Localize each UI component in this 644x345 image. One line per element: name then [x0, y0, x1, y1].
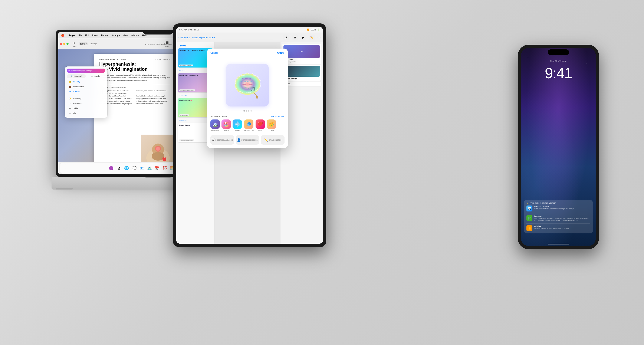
dock-launchpad[interactable]: 🟣	[108, 165, 114, 172]
describe-image-button[interactable]: 🖼 DESCRIBE AN IMAGE	[210, 135, 234, 144]
ipad-toolbar: ‹ ‹ Effects of Music Explainer Video A ⊞…	[176, 33, 323, 42]
archival-title: Archival Footage	[284, 78, 320, 80]
doc-author: WRITTEN BY: XIAOMENG ZHONG	[99, 86, 170, 88]
notification-instacart[interactable]: 🛒 Instacart Your Instacart order is on t…	[526, 215, 590, 222]
menu-pages[interactable]: Pages	[68, 34, 76, 37]
maximize-button[interactable]	[66, 43, 68, 45]
right-panel-archival[interactable]: Archival Footage	[282, 65, 321, 81]
suggestion-baseball-cap[interactable]: 🧢 Baseball Cap	[244, 120, 254, 132]
slide-3-badge: Let's look at...	[179, 114, 189, 116]
ipad-toolbar-icon-format[interactable]: ✏️	[309, 34, 315, 40]
dot-2	[246, 110, 247, 112]
right-panel-storyboard[interactable]: Storybo...	[282, 82, 321, 86]
doc-volume: VOLUME 7, ISSUE 11	[155, 59, 170, 60]
rewrite-label: Rewrite	[94, 75, 100, 77]
sender-edwina: Edwina	[534, 225, 590, 228]
slide-2-title: Neurological Connections	[179, 74, 212, 76]
wt-item-table[interactable]: ⊞ Table	[67, 106, 105, 111]
dialog-create-button[interactable]: Create	[277, 52, 284, 54]
ipad-battery-icon: 📶	[307, 28, 309, 31]
slide-2-badge: Significantly decreases...	[179, 90, 195, 91]
wt-item-concise[interactable]: ✂ Concise	[67, 89, 105, 94]
suggestions-grid: 🏔️ Mountains 🏖️ Beach ❄️	[210, 120, 284, 132]
dock-mail[interactable]: 📧	[138, 165, 145, 172]
zoom-control[interactable]: 136% ▾	[79, 42, 88, 45]
describe-icon: 🖼	[212, 138, 214, 142]
proofread-tab[interactable]: 🔍 Proofread	[67, 74, 86, 78]
lockscreen: ✦ ✦ ★ Mon 10 • Tiburon 9:41 ⚡ Priority N…	[521, 48, 596, 246]
friendly-label: Friendly	[73, 81, 80, 83]
opening-section-label: Opening	[178, 44, 213, 47]
crown-label: Crown	[269, 130, 274, 132]
slide-1-badge: A cognitive tool with...	[179, 64, 193, 66]
suggestion-love[interactable]: ❤️ Love	[256, 120, 265, 132]
ipad-toolbar-more[interactable]: ⋯	[317, 35, 321, 40]
table-icon: ⊞	[68, 107, 72, 110]
macbook-notch	[143, 30, 173, 34]
ipad-toolbar-icon-a[interactable]: A	[283, 34, 289, 40]
wt-item-list[interactable]: ≡ List	[67, 111, 105, 116]
ipad-toolbar-icon-play[interactable]: ▶	[300, 34, 306, 40]
notification-edwina-content: Edwina Summer interns arrived. Meeting a…	[534, 225, 590, 230]
describe-label: DESCRIBE AN IMAGE	[215, 139, 233, 141]
slide-4-title: Recent Studies	[179, 124, 212, 126]
dot-4	[250, 110, 252, 112]
ipad-screen: 9:41 AM Mon Jun 10 📶 100% 🔋 ‹ ‹ Effects …	[176, 27, 323, 244]
toolbar-add-page[interactable]: Add Page	[89, 42, 98, 45]
dialog-image-area: 🎵	[207, 62, 288, 108]
menu-arrange[interactable]: Arrange	[112, 34, 120, 37]
menu-edit[interactable]: Edit	[85, 34, 89, 37]
close-button[interactable]	[60, 43, 62, 45]
dot-1	[244, 110, 245, 112]
dock-maps[interactable]: 🗺️	[146, 165, 153, 172]
winter-label: Winter	[235, 130, 240, 132]
wt-item-professional[interactable]: 💼 Professional	[67, 84, 105, 89]
priority-notifications: ⚡ Priority Notifications 💬 Isabella Lama…	[524, 200, 593, 234]
rewrite-tab[interactable]: ↩ Rewrite	[86, 74, 105, 78]
dock-finder[interactable]: 🖥	[116, 165, 122, 172]
ipad-toolbar-icon-slides[interactable]: ⊞	[292, 34, 298, 40]
wt-item-summary[interactable]: 📝 Summary	[67, 96, 105, 101]
right-panel-visual-style[interactable]: VS Visual Style high-fidelity artistic..…	[282, 44, 321, 64]
menu-window[interactable]: Window	[131, 34, 139, 37]
notification-edwina[interactable]: ☀️ Edwina Summer interns arrived. Meetin…	[526, 225, 590, 231]
dock-reminders[interactable]: ⏰	[162, 165, 168, 172]
clock-face-icon: ☀️	[528, 226, 531, 230]
show-more-button[interactable]: SHOW MORE	[271, 116, 284, 118]
minimize-button[interactable]	[63, 43, 66, 45]
apple-logo-icon: 🍎	[61, 34, 64, 37]
style-sketch-button[interactable]: ✏️ STYLE SKETCH	[261, 135, 284, 144]
dock-messages[interactable]: 💬	[131, 165, 138, 172]
suggestion-winter[interactable]: ❄️ Winter	[232, 120, 242, 132]
ipad-battery-full-icon: 🔋	[317, 28, 320, 31]
doc-body: Hyperphantasia is the condition of havin…	[99, 90, 170, 105]
doc-image-placeholder	[141, 134, 175, 162]
view-icon: ⊞	[72, 40, 77, 45]
doc-title: Hyperphantasia: The Vivid Imagination	[99, 62, 170, 72]
wt-item-friendly[interactable]: 😊 Friendly	[67, 80, 105, 84]
dock-calendar[interactable]: 📅	[154, 165, 160, 172]
suggestion-crown[interactable]: 👑 Crown	[267, 120, 276, 132]
iphone-body: ✦ ✦ ★ Mon 10 • Tiburon 9:41 ⚡ Priority N…	[518, 45, 599, 249]
menu-file[interactable]: File	[78, 34, 82, 37]
dialog-cancel-button[interactable]: Cancel	[210, 52, 218, 54]
dialog-suggestions: SUGGESTIONS SHOW MORE 🏔️ Mountains	[207, 113, 288, 134]
menu-view[interactable]: View	[123, 34, 128, 37]
traffic-lights	[60, 43, 68, 45]
person-choose-button[interactable]: 👤 PERSON CHOOSE...	[236, 135, 260, 144]
suggestion-beach[interactable]: 🏖️ Beach	[222, 120, 231, 132]
dialog-more-button[interactable]: ⋯	[282, 57, 285, 61]
instacart-cart-icon: 🛒	[528, 216, 531, 220]
notif-text-edwina: Summer interns arrived. Meeting at 10:30…	[534, 228, 590, 230]
toolbar-view[interactable]: ⊞ View	[71, 40, 78, 48]
winter-icon: ❄️	[232, 120, 242, 129]
writing-tools-header: ✦ ✦ Describe your change	[67, 68, 105, 72]
baseball-icon: 🧢	[244, 120, 254, 129]
menu-format[interactable]: Format	[101, 34, 108, 37]
wt-item-keypoints[interactable]: • Key Points	[67, 101, 105, 106]
suggestion-mountains[interactable]: 🏔️ Mountains	[210, 120, 220, 132]
ipad-back-button[interactable]: ‹ ‹ Effects of Music Explainer Video	[178, 36, 215, 39]
menu-insert[interactable]: Insert	[92, 34, 98, 37]
notification-isabella[interactable]: 💬 Isabella Lamarre Invite for dinner wit…	[526, 206, 590, 212]
dock-safari[interactable]: 🌐	[123, 165, 130, 172]
